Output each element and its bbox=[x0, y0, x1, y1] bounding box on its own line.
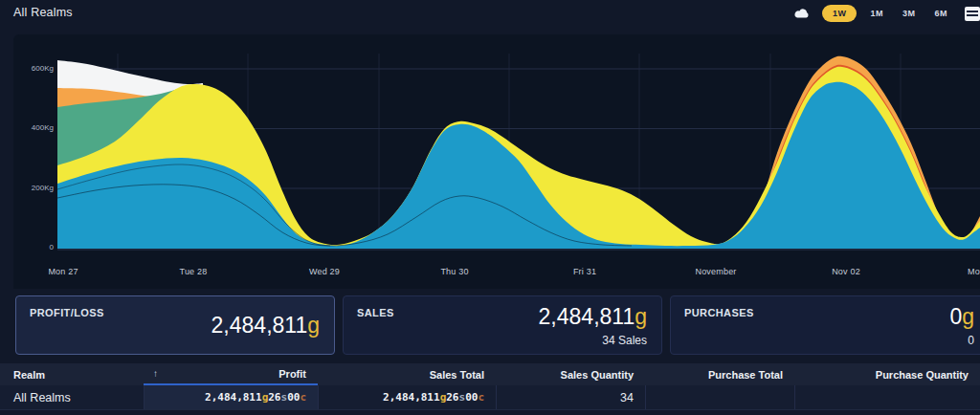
range-button-1w[interactable]: 1W bbox=[822, 5, 858, 22]
money-segment-c: c bbox=[478, 391, 484, 404]
row-purchase-total bbox=[645, 385, 794, 409]
x-tick-label: Mon 27 bbox=[30, 267, 97, 276]
x-tick-label: Nov 02 bbox=[813, 267, 880, 276]
realm-title[interactable]: All Realms bbox=[13, 6, 73, 19]
header-sales-total[interactable]: Sales Total bbox=[318, 363, 496, 385]
range-button-1m[interactable]: 1M bbox=[860, 5, 893, 22]
x-tick-label: Fri 31 bbox=[551, 267, 618, 276]
realms-table: Realm ↑ Profit Sales Total Sales Quantit… bbox=[0, 363, 980, 410]
sales-card[interactable]: SALES 2,484,811g 34 Sales bbox=[343, 295, 662, 355]
header-profit[interactable]: ↑ Profit bbox=[144, 363, 318, 385]
profit-loss-card[interactable]: PROFIT/LOSS 2,484,811g bbox=[15, 295, 335, 355]
money-segment-num: 26 bbox=[268, 391, 280, 404]
money-segment-c: c bbox=[300, 391, 306, 404]
y-tick-label: 0 bbox=[13, 243, 54, 251]
table-row[interactable]: All Realms 2,484,811g26s00c 2,484,811g26… bbox=[0, 385, 980, 410]
range-button-3m[interactable]: 3M bbox=[893, 5, 925, 22]
row-realm: All Realms bbox=[0, 385, 144, 409]
y-tick-label: 400Kg bbox=[13, 123, 54, 132]
range-button-6m[interactable]: 6M bbox=[924, 5, 957, 22]
x-tick-label: November bbox=[682, 267, 749, 276]
x-tick-label: Thu 30 bbox=[421, 267, 488, 276]
gold-suffix: g bbox=[635, 304, 647, 329]
profit-loss-value: 2,484,811g bbox=[212, 313, 320, 339]
x-tick-label: Mon bbox=[943, 267, 980, 276]
row-profit: 2,484,811g26s00c bbox=[144, 385, 318, 409]
header-realm[interactable]: Realm bbox=[0, 363, 144, 385]
money-segment-num: 2,484,811 bbox=[383, 391, 440, 404]
row-sales-total: 2,484,811g26s00c bbox=[318, 385, 496, 409]
y-tick-label: 600Kg bbox=[13, 64, 54, 73]
purchases-value: 0g bbox=[949, 304, 974, 330]
chart-panel: 600Kg400Kg200Kg0 Mon 27Tue 28Wed 29Thu 3… bbox=[13, 34, 980, 289]
header-purchase-total[interactable]: Purchase Total bbox=[645, 363, 794, 385]
table-header-row: Realm ↑ Profit Sales Total Sales Quantit… bbox=[0, 363, 980, 385]
money-segment-num: 2,484,811 bbox=[205, 391, 262, 404]
row-purchase-quantity bbox=[794, 385, 980, 409]
header-purchase-quantity[interactable]: Purchase Quantity bbox=[794, 363, 980, 385]
money-segment-num: 00 bbox=[287, 391, 300, 404]
gold-suffix: g bbox=[307, 313, 320, 338]
summary-cards: PROFIT/LOSS 2,484,811g SALES 2,484,811g … bbox=[15, 295, 980, 355]
profit-loss-label: PROFIT/LOSS bbox=[30, 307, 104, 318]
sort-ascending-icon[interactable]: ↑ bbox=[153, 368, 158, 379]
sales-count: 34 Sales bbox=[602, 334, 647, 347]
purchases-label: PURCHASES bbox=[684, 307, 754, 318]
row-sales-quantity: 34 bbox=[496, 385, 645, 409]
time-range-controls: 1W 1M 3M 6M bbox=[793, 0, 980, 27]
calendar-icon[interactable] bbox=[965, 7, 980, 21]
stacked-area-chart[interactable] bbox=[13, 34, 980, 289]
top-bar: All Realms 1W 1M 3M 6M bbox=[0, 0, 980, 27]
sales-label: SALES bbox=[357, 307, 394, 318]
money-segment-num: 00 bbox=[465, 391, 478, 404]
sales-value: 2,484,811g bbox=[539, 304, 647, 330]
money-segment-num: 26 bbox=[446, 391, 458, 404]
y-tick-label: 200Kg bbox=[13, 184, 54, 192]
header-sales-quantity[interactable]: Sales Quantity bbox=[496, 363, 645, 385]
purchases-card[interactable]: PURCHASES 0g 0 bbox=[670, 295, 980, 355]
cloud-sync-icon[interactable] bbox=[793, 7, 811, 20]
x-tick-label: Wed 29 bbox=[291, 267, 358, 276]
gold-suffix: g bbox=[962, 304, 974, 329]
purchases-count: 0 bbox=[968, 334, 974, 347]
x-tick-label: Tue 28 bbox=[160, 267, 227, 276]
